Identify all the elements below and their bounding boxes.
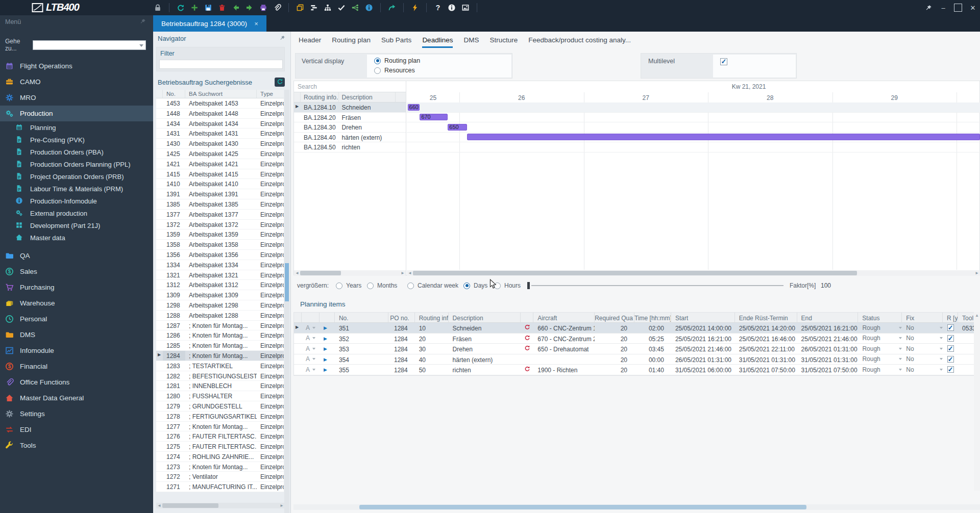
add-icon[interactable] bbox=[190, 3, 199, 12]
results-vertical-scrollbar[interactable] bbox=[284, 90, 289, 513]
sidebar-item-infomodule[interactable]: Infomodule bbox=[0, 343, 153, 358]
planning-column-header-routing[interactable]: Routing info. bbox=[415, 313, 449, 322]
share-icon[interactable] bbox=[351, 3, 360, 12]
confirm-icon[interactable] bbox=[337, 3, 346, 12]
sidebar-item-personal[interactable]: Personal bbox=[0, 311, 153, 327]
sidebar-item-planning[interactable]: Planning bbox=[0, 121, 153, 134]
expand-row-icon[interactable]: ▶ bbox=[320, 334, 335, 344]
gantt-bar-Fr-sen[interactable]: 670 bbox=[420, 114, 448, 120]
planning-column-header-qty[interactable]: Required Qua bbox=[595, 313, 634, 322]
gantt-row-BA.1284.30[interactable]: BA.1284.30Drehen bbox=[294, 122, 406, 133]
sidebar-item-settings[interactable]: Settings bbox=[0, 406, 153, 422]
planning-column-header-time[interactable]: Time [hh:mm] bbox=[634, 313, 671, 322]
result-row-1277[interactable]: 1277; Knoten für Montag...Einzelproc bbox=[156, 422, 284, 432]
result-row-1356[interactable]: 1356Arbeitspaket 1356Einzelproc bbox=[156, 250, 284, 260]
result-row-1309[interactable]: 1309Arbeitspaket 1309Einzelproc bbox=[156, 290, 284, 300]
tab-structure[interactable]: Structure bbox=[489, 36, 518, 48]
copy-icon[interactable] bbox=[296, 3, 305, 12]
result-row-1421[interactable]: 1421Arbeitspaket 1421Einzelproc bbox=[156, 159, 284, 169]
sidebar-item-financial[interactable]: $Financial bbox=[0, 358, 153, 374]
sidebar-item-master-data-general[interactable]: Master Data General bbox=[0, 390, 153, 406]
planning-column-header-marker[interactable] bbox=[294, 313, 302, 322]
released-checkbox[interactable]: ✓ bbox=[947, 324, 954, 331]
result-row-1284[interactable]: ▶1284; Knoten für Montag...Einzelproc bbox=[156, 351, 284, 361]
result-row-1298[interactable]: 1298Arbeitspaket 1298Einzelproc bbox=[156, 300, 284, 311]
scroll-right-icon[interactable]: ► bbox=[974, 271, 980, 275]
gantt-left-horizontal-scrollbar[interactable]: ◄ ► bbox=[294, 270, 406, 276]
row-type-dropdown[interactable]: A bbox=[302, 334, 320, 344]
planning-column-header-ruest[interactable]: Ende Rüst-Termin bbox=[735, 313, 797, 322]
expand-row-icon[interactable]: ▶ bbox=[320, 365, 335, 375]
scroll-left-icon[interactable]: ◄ bbox=[156, 503, 162, 508]
status-dropdown[interactable]: Rough bbox=[858, 354, 902, 365]
quick-action-icon[interactable] bbox=[410, 3, 420, 12]
result-row-1334[interactable]: 1334Arbeitspaket 1334Einzelproc bbox=[156, 260, 284, 270]
info-icon[interactable] bbox=[364, 3, 374, 12]
tab-routing-plan[interactable]: Routing plan bbox=[332, 36, 371, 48]
sidebar-item-camo[interactable]: CAMO bbox=[0, 74, 153, 90]
zoom-calendar-week-radio[interactable] bbox=[407, 283, 414, 289]
zoom-slider-track[interactable] bbox=[531, 285, 783, 286]
gantt-bar-Schneiden[interactable]: 660 bbox=[408, 104, 420, 111]
minimize-icon[interactable]: – bbox=[939, 4, 947, 12]
result-row-1275[interactable]: 1275; FAUTER FILTERTASC...Einzelproc bbox=[156, 442, 284, 452]
result-row-1453[interactable]: 1453Arbeitspaket 1453Einzelproc bbox=[156, 98, 284, 109]
result-row-1430[interactable]: 1430Arbeitspaket 1430Einzelproc bbox=[156, 139, 284, 149]
result-row-1274[interactable]: 1274; ROHLING ZAHNRIE...Einzelproc bbox=[156, 452, 284, 462]
result-row-1286[interactable]: 1286; Knoten für Montag...Einzelproc bbox=[156, 330, 284, 341]
attachment-icon[interactable] bbox=[273, 3, 282, 12]
about-icon[interactable] bbox=[447, 3, 456, 12]
result-row-1279[interactable]: 1279; GRUNDGESTELLEinzelproc bbox=[156, 401, 284, 412]
status-dropdown[interactable]: Rough bbox=[858, 365, 902, 375]
released-checkbox[interactable]: ✓ bbox=[947, 366, 954, 373]
result-row-1278[interactable]: 1278; FERTIGUNGSARTIKELEinzelproc bbox=[156, 412, 284, 422]
result-row-1312[interactable]: 1312Arbeitspaket 1312Einzelproc bbox=[156, 280, 284, 290]
redo-icon[interactable] bbox=[387, 3, 397, 12]
result-row-1425[interactable]: 1425Arbeitspaket 1425Einzelproc bbox=[156, 149, 284, 159]
gantt-search-box[interactable]: Search bbox=[294, 81, 406, 92]
fix-dropdown[interactable]: No bbox=[902, 354, 943, 365]
sidebar-item-pre-costing-pvk-[interactable]: Pre-Costing (PVK) bbox=[0, 134, 153, 146]
result-row-1410[interactable]: 1410Arbeitspaket 1410Einzelproc bbox=[156, 179, 284, 189]
row-type-dropdown[interactable]: A bbox=[302, 323, 320, 333]
result-row-1391[interactable]: 1391Arbeitspaket 1391Einzelproc bbox=[156, 189, 284, 199]
factor-value[interactable]: 100 bbox=[821, 282, 831, 289]
forward-icon[interactable] bbox=[245, 3, 254, 12]
delete-icon[interactable] bbox=[217, 3, 227, 12]
result-row-1359[interactable]: 1359Arbeitspaket 1359Einzelproc bbox=[156, 229, 284, 240]
result-row-1448[interactable]: 1448Arbeitspaket 1448Einzelproc bbox=[156, 109, 284, 119]
filter-input[interactable] bbox=[159, 60, 283, 69]
sidebar-item-sales[interactable]: $Sales bbox=[0, 264, 153, 279]
fix-dropdown[interactable]: No bbox=[902, 334, 943, 344]
image-icon[interactable] bbox=[461, 3, 470, 12]
planning-column-header-end[interactable]: End bbox=[797, 313, 859, 322]
maximize-icon[interactable] bbox=[954, 4, 962, 12]
status-dropdown[interactable]: Rough bbox=[858, 323, 902, 333]
planning-column-header-a[interactable] bbox=[302, 313, 320, 322]
result-row-1431[interactable]: 1431Arbeitspaket 1431Einzelproc bbox=[156, 129, 284, 139]
row-type-dropdown[interactable]: A bbox=[302, 344, 320, 354]
sidebar-item-labour-time-materials-prm-[interactable]: Labour Time & Materials (PRM) bbox=[0, 183, 153, 195]
document-tab-betriebsauftrag[interactable]: Betriebsauftrag 1284 (3000) × bbox=[153, 15, 266, 32]
tab-header[interactable]: Header bbox=[299, 36, 321, 48]
result-row-1272[interactable]: 1272; VentilatorEinzelproc bbox=[156, 472, 284, 482]
planning-column-header-fix[interactable]: Fix bbox=[902, 313, 943, 322]
released-checkbox[interactable]: ✓ bbox=[947, 335, 954, 342]
scroll-right-icon[interactable]: ► bbox=[400, 271, 406, 275]
status-dropdown[interactable]: Rough bbox=[858, 344, 902, 354]
planning-column-header-r[interactable]: R [y/n] bbox=[943, 313, 958, 322]
planning-column-header-arrow[interactable] bbox=[320, 313, 335, 322]
result-row-1358[interactable]: 1358Arbeitspaket 1358Einzelproc bbox=[156, 240, 284, 250]
tab-dms[interactable]: DMS bbox=[463, 36, 479, 48]
result-row-1283[interactable]: 1283; TESTARTIKELEinzelproc bbox=[156, 361, 284, 371]
scrollbar-thumb[interactable] bbox=[162, 503, 218, 508]
sidebar-item-production-orders-planning-ppl-[interactable]: Production Orders Planning (PPL) bbox=[0, 158, 153, 170]
gantt-bar-Drehen[interactable]: 650 bbox=[448, 124, 467, 131]
expand-row-icon[interactable]: ▶ bbox=[320, 344, 335, 354]
zoom-years-radio[interactable] bbox=[336, 283, 342, 289]
sitemap-icon[interactable] bbox=[323, 3, 332, 12]
planning-column-header-start[interactable]: Start bbox=[671, 313, 735, 322]
result-row-1285[interactable]: 1285; Knoten für Montag...Einzelproc bbox=[156, 341, 284, 351]
zoom-hours-radio[interactable] bbox=[494, 283, 501, 289]
tab-close-icon[interactable]: × bbox=[254, 20, 258, 28]
